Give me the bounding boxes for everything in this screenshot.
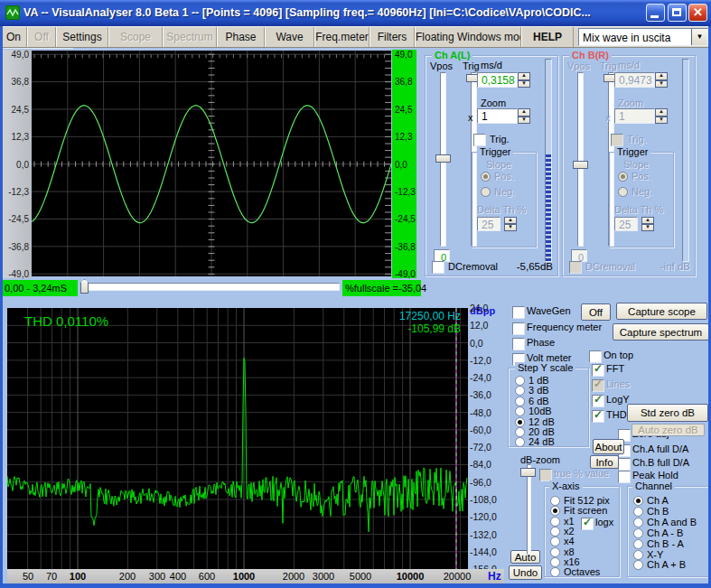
spin-up-icon[interactable]: ▲ [518, 72, 530, 80]
cursor-level-readout: -105,99 dB [298, 322, 461, 335]
capture-scope-button[interactable]: Capture scope [616, 303, 707, 320]
channel-option-radio[interactable] [633, 507, 643, 517]
toolbar-item-freq-meter[interactable]: Freq.meter [314, 27, 370, 47]
channel-option-radio[interactable] [633, 539, 643, 549]
channel-option-radio[interactable] [633, 518, 643, 527]
channel-option-radio[interactable] [633, 550, 643, 560]
true-pct-checkbox[interactable] [539, 469, 552, 481]
zoom-value-field[interactable]: 1 [614, 108, 655, 124]
toolbar-item-filters[interactable]: Filters [370, 27, 415, 47]
phase-checkbox[interactable] [512, 338, 525, 350]
delta-th-field[interactable]: 25 [477, 217, 501, 231]
std-zero-button[interactable]: Std zero dB [627, 404, 708, 422]
spectrum-x-tick-label: 400 [170, 571, 186, 582]
spin-down-icon[interactable]: ▼ [655, 117, 668, 125]
scope-scrollbar-track[interactable] [80, 283, 340, 291]
x-axis-option-radio[interactable] [550, 496, 560, 506]
db-zoom-slider-thumb[interactable] [520, 468, 536, 477]
step-y-group-title: Step Y scale [515, 362, 575, 373]
slope-neg-radio[interactable] [618, 187, 628, 197]
auto-zero-button[interactable]: Auto zero dB [631, 424, 705, 436]
delta-th-spinner[interactable]: ▲▼ [641, 217, 654, 231]
wavegen-checkbox[interactable] [512, 306, 525, 319]
freq-meter-checkbox[interactable] [512, 322, 525, 335]
spin-down-icon[interactable]: ▼ [641, 224, 654, 231]
step-y-option-radio[interactable] [515, 376, 525, 386]
spin-up-icon[interactable]: ▲ [518, 108, 530, 117]
capture-spectrum-button[interactable]: Capture spectrum [613, 323, 709, 341]
step-y-option-label: 6 dB [529, 396, 549, 406]
vpos-slider-thumb[interactable] [435, 154, 451, 163]
on-top-checkbox[interactable] [589, 350, 602, 363]
spin-up-icon[interactable]: ▲ [655, 72, 668, 80]
thd-readout: THD 0,0110% [24, 313, 108, 329]
spectrum-x-tick-label: 2000 [283, 571, 304, 582]
spectrum-y-tick-label: -24,0 [470, 372, 491, 383]
spin-down-icon[interactable]: ▼ [655, 80, 668, 89]
spin-down-icon[interactable]: ▼ [504, 224, 517, 231]
lines-checkbox[interactable]: ✓ [592, 379, 604, 392]
step-y-option-radio[interactable] [515, 417, 525, 427]
trig-enable-checkbox[interactable] [473, 134, 486, 146]
peak-hold-checkbox[interactable] [618, 471, 631, 483]
fft-label: FFT [606, 363, 624, 374]
undo-button[interactable]: Undo [509, 565, 542, 580]
slope-neg-radio[interactable] [481, 187, 491, 197]
msd-spinner[interactable]: ▲▼ [655, 72, 668, 88]
x-axis-option-radio[interactable] [550, 547, 560, 557]
vpos-value-box: 0 [434, 249, 450, 262]
vpos-slider-thumb[interactable] [573, 161, 588, 169]
toolbar-item-phase[interactable]: Phase [217, 27, 265, 47]
spin-down-icon[interactable]: ▼ [518, 80, 530, 89]
thd-checkbox[interactable]: ✓ [592, 410, 604, 423]
vpos-slider-track[interactable] [577, 72, 584, 247]
db-zoom-slider-track[interactable] [527, 464, 531, 555]
logy-checkbox[interactable]: ✓ [592, 395, 604, 407]
channel-option-radio[interactable] [633, 528, 643, 538]
spin-up-icon[interactable]: ▲ [504, 217, 517, 224]
step-y-option-radio[interactable] [515, 397, 525, 406]
x-axis-option-radio[interactable] [550, 527, 560, 537]
x-axis-option-radio[interactable] [550, 517, 560, 527]
zoom-spinner[interactable]: ▲▼ [518, 108, 530, 124]
slope-pos-radio[interactable] [618, 172, 628, 182]
x-axis-option-radio[interactable] [550, 557, 560, 567]
title-bar[interactable]: VA -- VisualAnalyser 8.0 Beta 1 -- [Poin… [0, 0, 711, 26]
msd-value-field[interactable]: 0,3158 [477, 72, 518, 88]
zoom-spinner[interactable]: ▲▼ [655, 108, 668, 124]
about-button[interactable]: About [593, 439, 624, 454]
toolbar-item-on[interactable]: On [0, 27, 27, 47]
dc-removal-checkbox[interactable] [432, 261, 444, 274]
x-axis-option-label: Fit screen [564, 505, 607, 516]
spectrum-y-tick-label: -132,0 [470, 529, 497, 540]
toolbar-item-help[interactable]: HELP [521, 27, 574, 47]
maximize-button[interactable] [668, 4, 687, 22]
channel-option-radio[interactable] [633, 496, 643, 506]
scope-scrollbar-thumb[interactable] [80, 279, 89, 294]
msd-value-field[interactable]: 0,9473 [614, 72, 655, 88]
combo-dropdown-button[interactable]: ▼ [691, 29, 707, 45]
step-y-option-radio[interactable] [515, 427, 525, 437]
toolbar-item-wave[interactable]: Wave [265, 27, 314, 47]
msd-spinner[interactable]: ▲▼ [518, 72, 530, 88]
trig-enable-checkbox[interactable] [611, 134, 623, 146]
auto-button[interactable]: Auto [510, 550, 540, 564]
close-button[interactable]: ✕ [688, 4, 707, 22]
minimize-button[interactable] [646, 4, 665, 22]
spin-up-icon[interactable]: ▲ [655, 108, 668, 117]
spin-up-icon[interactable]: ▲ [641, 217, 654, 224]
toolbar-item-settings[interactable]: Settings [56, 27, 108, 47]
fft-checkbox[interactable]: ✓ [592, 364, 604, 377]
slope-pos-radio[interactable] [481, 172, 491, 182]
output-mode-combobox[interactable]: Mix wave in uscita ▼ [578, 28, 708, 46]
info-button[interactable]: Info [590, 455, 619, 469]
slope-pos-label: Pos. [494, 171, 514, 182]
zoom-value-field[interactable]: 1 [477, 108, 518, 124]
delta-th-spinner[interactable]: ▲▼ [504, 217, 517, 231]
dc-removal-checkbox[interactable] [569, 261, 582, 274]
chb-full-checkbox[interactable] [618, 458, 631, 471]
spin-down-icon[interactable]: ▼ [518, 117, 530, 125]
toolbar-item-floating-windows-mode[interactable]: Floating Windows mode [415, 27, 521, 47]
delta-th-field[interactable]: 25 [614, 217, 638, 231]
off-button[interactable]: Off [581, 303, 611, 321]
